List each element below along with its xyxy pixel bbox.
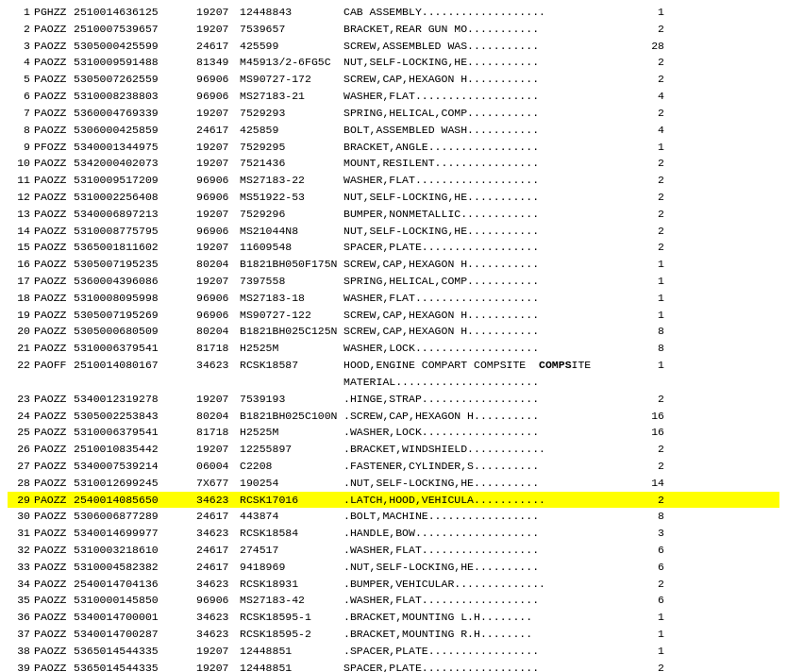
row-cage: 24617 [196, 38, 240, 55]
row-type: PAOZZ [34, 525, 74, 542]
row-num: 20 [8, 323, 34, 340]
row-type: PAOZZ [34, 492, 74, 509]
row-qty: 2 [636, 441, 664, 458]
row-type: PAOZZ [34, 71, 74, 88]
table-row: 15 PAOZZ 5365001811602 19207 11609548 SP… [8, 239, 779, 256]
row-num: 30 [8, 508, 34, 525]
row-desc: .SPACER,PLATE................. [343, 643, 636, 660]
row-desc: .HINGE,STRAP.................. [343, 391, 636, 408]
row-nsn: 2510007539657 [74, 21, 196, 38]
row-num: 18 [8, 290, 34, 307]
row-cage: 19207 [196, 155, 240, 172]
table-row: 11 PAOZZ 5310009517209 96906 MS27183-22 … [8, 172, 779, 189]
table-row: 28 PAOZZ 5310012699245 7X677 190254 .NUT… [8, 475, 779, 492]
row-desc: .LATCH,HOOD,VEHICULA........... [343, 492, 636, 509]
row-partno: 190254 [240, 475, 343, 492]
table-row: 22 PAOFF 2510014080167 34623 RCSK18587 H… [8, 357, 779, 374]
row-num: 31 [8, 525, 34, 542]
table-row: 38 PAOZZ 5365014544335 19207 12448851 .S… [8, 643, 779, 660]
row-desc: .WASHER,FLAT.................. [343, 542, 636, 559]
row-partno: H2525M [240, 424, 343, 441]
table-row: 27 PAOZZ 5340007539214 06004 C2208 .FAST… [8, 458, 779, 475]
row-partno: RCSK18931 [240, 576, 343, 593]
table-row: 2 PAOZZ 2510007539657 19207 7539657 BRAC… [8, 21, 779, 38]
row-partno: 12448851 [240, 643, 343, 660]
row-qty: 16 [636, 424, 664, 441]
row-nsn: 5340014700001 [74, 609, 196, 626]
row-nsn: 5365014544335 [74, 643, 196, 660]
row-cage: 80204 [196, 323, 240, 340]
row-desc: WASHER,LOCK................... [343, 340, 636, 357]
row-cage: 19207 [196, 239, 240, 256]
row-type: PAOZZ [34, 21, 74, 38]
row-nsn: 5310006379541 [74, 340, 196, 357]
row-qty: 6 [636, 559, 664, 576]
row-cage: 96906 [196, 88, 240, 105]
table-row: 4 PAOZZ 5310009591488 81349 M45913/2-6FG… [8, 54, 779, 71]
row-num: 39 [8, 660, 34, 672]
row-partno: 7539193 [240, 391, 343, 408]
row-desc: .SCREW,CAP,HEXAGON H.......... [343, 408, 636, 425]
row-qty: 2 [636, 660, 664, 672]
row-desc: NUT,SELF-LOCKING,HE........... [343, 189, 636, 206]
row-desc: SCREW,ASSEMBLED WAS........... [343, 38, 636, 55]
row-cage: 19207 [196, 4, 240, 21]
row-cage: 34623 [196, 357, 240, 374]
row-type: PAOZZ [34, 290, 74, 307]
row-desc: BOLT,ASSEMBLED WASH........... [343, 122, 636, 139]
table-row: 12 PAOZZ 5310002256408 96906 MS51922-53 … [8, 189, 779, 206]
row-nsn: 5340012319278 [74, 391, 196, 408]
row-qty: 2 [636, 71, 664, 88]
row-nsn: 5310004582382 [74, 559, 196, 576]
row-type: PAOZZ [34, 273, 74, 290]
row-partno: 7539657 [240, 21, 343, 38]
row-num: 2 [8, 21, 34, 38]
row-type: PAOZZ [34, 441, 74, 458]
row-num: 3 [8, 38, 34, 55]
row-nsn: 5310002256408 [74, 189, 196, 206]
row-partno: MS27183-22 [240, 172, 343, 189]
row-nsn: 5310003218610 [74, 542, 196, 559]
row-qty: 1 [636, 273, 664, 290]
row-cage: 96906 [196, 71, 240, 88]
row-nsn: 5305007195269 [74, 307, 196, 324]
table-row-continuation: MATERIAL...................... [8, 374, 779, 391]
row-cage: 80204 [196, 408, 240, 425]
row-nsn: 2510014636125 [74, 4, 196, 21]
row-cage: 24617 [196, 542, 240, 559]
row-qty: 2 [636, 54, 664, 71]
row-partno: 9418969 [240, 559, 343, 576]
table-row: 25 PAOZZ 5310006379541 81718 H2525M .WAS… [8, 424, 779, 441]
row-partno: B1821BH025C125N [240, 323, 343, 340]
row-qty: 6 [636, 592, 664, 609]
row-desc: .WASHER,FLAT.................. [343, 592, 636, 609]
table-row: 32 PAOZZ 5310003218610 24617 274517 .WAS… [8, 542, 779, 559]
table-row: 17 PAOZZ 5360004396086 19207 7397558 SPR… [8, 273, 779, 290]
row-nsn: 5305007195235 [74, 256, 196, 273]
row-partno: B1821BH025C100N [240, 408, 343, 425]
row-nsn: 2540014085650 [74, 492, 196, 509]
row-type: PAOZZ [34, 122, 74, 139]
row-nsn: 5360004769339 [74, 105, 196, 122]
row-nsn: 5310009517209 [74, 172, 196, 189]
row-partno: C2208 [240, 458, 343, 475]
row-partno: 7529295 [240, 139, 343, 156]
row-qty: 1 [636, 256, 664, 273]
table-row: 34 PAOZZ 2540014704136 34623 RCSK18931 .… [8, 576, 779, 593]
table-row: 9 PFOZZ 5340001344975 19207 7529295 BRAC… [8, 139, 779, 156]
row-cage: 19207 [196, 273, 240, 290]
row-qty: 8 [636, 508, 664, 525]
row-qty: 2 [636, 189, 664, 206]
row-cage: 34623 [196, 525, 240, 542]
row-partno: MS27183-18 [240, 290, 343, 307]
row-desc: .BRACKET,WINDSHIELD............ [343, 441, 636, 458]
row-desc: BRACKET,REAR GUN MO........... [343, 21, 636, 38]
row-qty: 6 [636, 542, 664, 559]
row-cage: 81718 [196, 424, 240, 441]
row-partno: RCSK18595-1 [240, 609, 343, 626]
table-row: 24 PAOZZ 5305002253843 80204 B1821BH025C… [8, 408, 779, 425]
row-partno: 274517 [240, 542, 343, 559]
row-num: 12 [8, 189, 34, 206]
row-partno: MS27183-42 [240, 592, 343, 609]
row-type: PAOZZ [34, 458, 74, 475]
